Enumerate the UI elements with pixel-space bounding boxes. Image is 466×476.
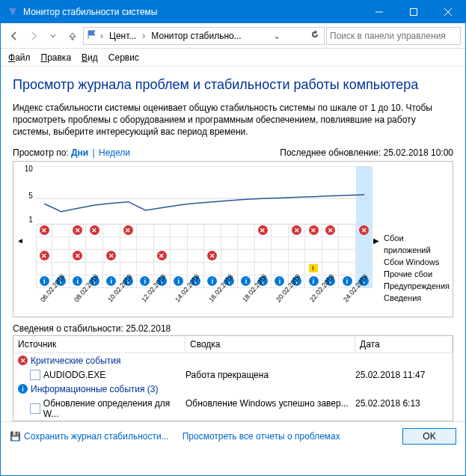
navbar: › Цент... › Монитор стабильно... ⌄ Поиск… bbox=[1, 23, 465, 49]
breadcrumb-1[interactable]: Цент... bbox=[106, 31, 139, 41]
save-icon: 💾 bbox=[10, 431, 21, 442]
legend: Сбои приложений Сбои Windows Прочие сбои… bbox=[379, 166, 450, 315]
menubar: Файл Правка Вид Сервис bbox=[1, 49, 465, 67]
close-button[interactable] bbox=[431, 1, 465, 23]
error-icon: ✕ bbox=[18, 356, 28, 365]
app-file-icon bbox=[30, 403, 40, 414]
details-table: Источник Сводка Дата ✕ Критические событ… bbox=[13, 335, 453, 421]
breadcrumb-2[interactable]: Монитор стабильно... bbox=[148, 31, 244, 41]
window-title: Монитор стабильности системы bbox=[23, 7, 362, 17]
table-row[interactable]: Обновление определения для W... Обновлен… bbox=[13, 397, 453, 421]
view-by: Просмотр по: Дни | Недели bbox=[13, 147, 130, 158]
address-bar[interactable]: › Цент... › Монитор стабильно... ⌄ bbox=[83, 27, 325, 45]
footer: 💾Сохранить журнал стабильности... Просмо… bbox=[1, 421, 465, 451]
refresh-button[interactable] bbox=[309, 30, 321, 41]
app-file-icon bbox=[30, 370, 40, 380]
chevron-right-icon: › bbox=[142, 31, 145, 41]
search-input[interactable]: Поиск в панели управления bbox=[326, 27, 461, 45]
chevron-right-icon: › bbox=[100, 31, 103, 41]
flag-icon bbox=[87, 29, 97, 42]
menu-view[interactable]: Вид bbox=[82, 52, 98, 63]
app-icon bbox=[7, 6, 19, 18]
last-update: Последнее обновление: 25.02.2018 10:00 bbox=[280, 147, 453, 158]
ok-button[interactable]: OK bbox=[402, 428, 456, 445]
stability-chart: ◄ 10 5 1 ✕✕✕✕✕✕✕✕✕✕✕✕✕✕iiiiiiiiiiiiiiiii… bbox=[13, 161, 453, 317]
info-icon: i bbox=[18, 384, 28, 394]
group-info[interactable]: i Информационные события (3) bbox=[13, 382, 453, 397]
date-axis: 06.02.201808.02.201810.02.201812.02.2018… bbox=[36, 288, 373, 315]
minimize-button[interactable] bbox=[362, 1, 396, 23]
group-critical[interactable]: ✕ Критические события bbox=[13, 353, 453, 368]
col-summary[interactable]: Сводка bbox=[186, 336, 355, 353]
recent-dropdown[interactable] bbox=[44, 27, 62, 45]
menu-tools[interactable]: Сервис bbox=[108, 52, 139, 63]
menu-file[interactable]: Файл bbox=[8, 52, 31, 63]
event-grid[interactable]: ✕✕✕✕✕✕✕✕✕✕✕✕✕✕iiiiiiiiiiiiiiiiiiii bbox=[36, 225, 373, 288]
address-dropdown[interactable]: ⌄ bbox=[271, 31, 283, 41]
table-row[interactable]: AUDIODG.EXE Работа прекращена 25.02.2018… bbox=[13, 368, 453, 382]
view-weeks-link[interactable]: Недели bbox=[99, 147, 130, 158]
forward-button[interactable] bbox=[25, 27, 43, 45]
save-log-link[interactable]: 💾Сохранить журнал стабильности... bbox=[10, 431, 169, 442]
maximize-button[interactable] bbox=[396, 1, 431, 23]
scroll-left-button[interactable]: ◄ bbox=[16, 166, 24, 315]
back-button[interactable] bbox=[5, 27, 23, 45]
col-source[interactable]: Источник bbox=[13, 336, 186, 353]
view-days-link[interactable]: Дни bbox=[71, 147, 88, 158]
line-chart[interactable]: 10 5 1 bbox=[36, 166, 373, 225]
col-date[interactable]: Дата bbox=[355, 336, 453, 353]
menu-edit[interactable]: Правка bbox=[41, 52, 72, 63]
view-all-reports-link[interactable]: Просмотреть все отчеты о проблемах bbox=[183, 431, 340, 442]
details-header: Сведения о стабильности: 25.02.2018 bbox=[13, 323, 453, 334]
up-button[interactable] bbox=[64, 27, 82, 45]
svg-rect-1 bbox=[411, 9, 417, 16]
titlebar: Монитор стабильности системы bbox=[1, 1, 465, 23]
page-title: Просмотр журнала проблем и стабильности … bbox=[13, 77, 453, 93]
description: Индекс стабильности системы оценивает об… bbox=[13, 102, 453, 138]
